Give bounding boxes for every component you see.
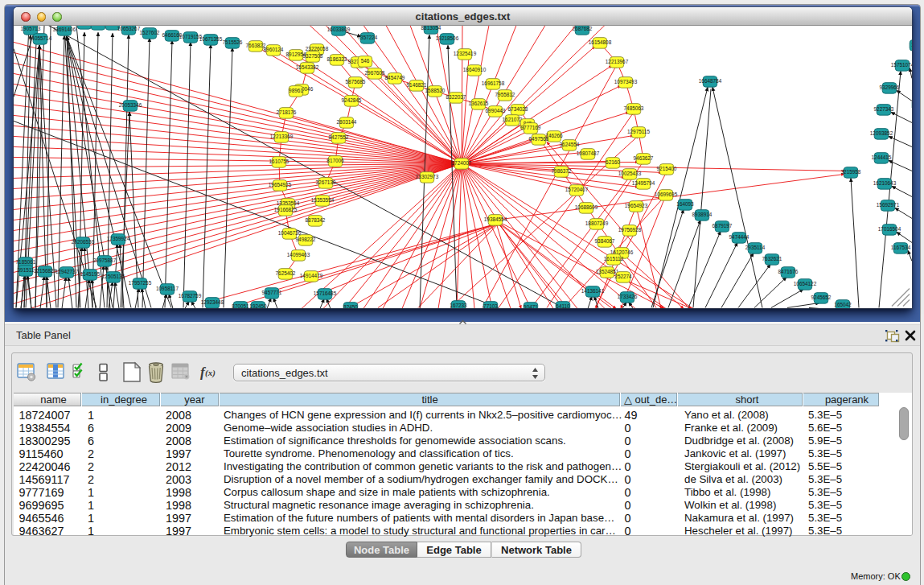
svg-text:1167534: 1167534: [891, 245, 911, 250]
svg-text:7632621: 7632621: [762, 256, 782, 262]
svg-text:8960124: 8960124: [264, 47, 284, 52]
svg-text:167233: 167233: [450, 303, 467, 308]
svg-text:3624554: 3624554: [560, 142, 580, 147]
svg-text:1621072: 1621072: [503, 117, 523, 122]
svg-text:19218506: 19218506: [436, 35, 459, 41]
svg-text:12156829: 12156829: [34, 268, 57, 274]
svg-text:8938914: 8938914: [692, 212, 713, 217]
svg-text:10025433: 10025433: [618, 171, 642, 176]
svg-text:13495794: 13495794: [632, 180, 655, 186]
svg-text:15751074: 15751074: [891, 62, 912, 68]
svg-text:1610755: 1610755: [269, 159, 290, 164]
svg-text:2803144: 2803144: [337, 119, 357, 125]
svg-text:870051: 870051: [232, 303, 249, 308]
svg-text:19654925: 19654925: [269, 182, 292, 187]
svg-text:10046736: 10046736: [278, 230, 302, 236]
svg-text:12923448: 12923448: [201, 299, 224, 305]
svg-text:19756928: 19756928: [618, 227, 642, 233]
svg-text:90471: 90471: [524, 304, 538, 308]
svg-text:1588520: 1588520: [425, 88, 446, 93]
svg-text:164093: 164093: [676, 201, 694, 207]
svg-text:16210643: 16210643: [873, 180, 897, 186]
svg-text:8186323: 8186323: [327, 56, 347, 62]
svg-text:546: 546: [361, 58, 370, 64]
svg-text:10973493: 10973493: [614, 79, 638, 84]
svg-text:12505135: 12505135: [102, 274, 125, 279]
svg-text:7986372: 7986372: [552, 168, 572, 174]
svg-text:9498222: 9498222: [296, 237, 316, 242]
svg-text:14099463: 14099463: [287, 252, 310, 257]
svg-text:1145195: 1145195: [80, 271, 101, 277]
svg-text:17359924: 17359924: [107, 236, 130, 241]
svg-text:8322037: 8322037: [446, 94, 466, 100]
svg-text:165042: 165042: [834, 302, 852, 307]
svg-text:15716485: 15716485: [314, 290, 337, 296]
svg-text:1244415: 1244415: [872, 154, 892, 160]
svg-text:9777169: 9777169: [521, 125, 541, 130]
svg-text:18807249: 18807249: [585, 220, 609, 226]
svg-text:33691406: 33691406: [53, 27, 76, 32]
svg-text:10807487: 10807487: [577, 150, 600, 156]
svg-text:23302973: 23302973: [416, 174, 439, 179]
svg-text:2967608: 2967608: [365, 70, 385, 76]
svg-text:20053346: 20053346: [119, 102, 142, 108]
svg-text:1733426: 1733426: [618, 294, 638, 299]
svg-text:17957255: 17957255: [129, 280, 152, 286]
svg-text:8454749: 8454749: [385, 75, 405, 80]
svg-text:16033809: 16033809: [327, 27, 351, 32]
svg-text:77103: 77103: [483, 303, 498, 308]
svg-text:17016504: 17016504: [878, 226, 901, 232]
svg-text:15720407: 15720407: [565, 187, 589, 192]
svg-text:14914479: 14914479: [300, 273, 323, 278]
svg-text:7357224: 7357224: [358, 35, 378, 40]
svg-text:12093852: 12093852: [870, 130, 893, 136]
svg-text:10653267: 10653267: [117, 26, 141, 31]
svg-text:19384554: 19384554: [484, 216, 507, 222]
svg-text:19654923: 19654923: [625, 203, 648, 208]
svg-text:8878342: 8878342: [306, 217, 326, 223]
svg-text:9215400: 9215400: [657, 166, 677, 171]
svg-text:12213967: 12213967: [606, 59, 629, 64]
svg-text:64110: 64110: [556, 303, 570, 308]
svg-text:3267130: 3267130: [316, 179, 336, 185]
svg-text:12942737: 12942737: [55, 269, 79, 274]
svg-text:3215958: 3215958: [841, 169, 861, 175]
svg-text:13353594: 13353594: [311, 197, 335, 203]
svg-text:18640910: 18640910: [463, 67, 487, 72]
svg-text:9463627: 9463627: [634, 155, 654, 161]
svg-text:1212: 1212: [911, 42, 912, 47]
svg-text:16648784: 16648784: [699, 78, 722, 84]
svg-text:9474444: 9474444: [729, 234, 749, 240]
svg-text:1724007: 1724007: [452, 160, 472, 166]
svg-text:12325419: 12325419: [454, 51, 477, 56]
svg-text:16543382: 16543382: [296, 64, 319, 70]
svg-text:7955812: 7955812: [495, 92, 515, 97]
svg-text:2718176: 2718176: [277, 109, 297, 115]
svg-text:9245652: 9245652: [811, 295, 832, 300]
svg-text:12975115: 12975115: [627, 129, 650, 134]
svg-text:7625402: 7625402: [276, 270, 296, 276]
svg-text:9384067: 9384067: [595, 238, 615, 244]
svg-text:82450: 82450: [343, 304, 358, 308]
svg-text:7185061: 7185061: [16, 259, 36, 265]
svg-text:192450: 192450: [249, 303, 267, 308]
svg-text:20206536: 20206536: [72, 239, 95, 245]
svg-text:10688609: 10688609: [575, 204, 598, 210]
svg-text:391511: 391511: [18, 267, 35, 273]
svg-text:9227343: 9227343: [874, 106, 894, 112]
svg-text:1615112: 1615112: [604, 256, 624, 262]
svg-text:2687682: 2687682: [573, 26, 593, 31]
svg-text:8813054: 8813054: [421, 26, 441, 31]
svg-text:252274: 252274: [614, 274, 632, 279]
svg-text:16154808: 16154808: [589, 39, 612, 45]
svg-text:9327508: 9327508: [303, 53, 323, 59]
svg-text:10699695: 10699695: [655, 192, 678, 197]
svg-text:7515526: 7515526: [223, 39, 243, 45]
svg-text:9146821: 9146821: [407, 82, 427, 88]
svg-text:1905713: 1905713: [21, 26, 41, 31]
svg-text:14136141: 14136141: [581, 288, 605, 294]
svg-text:8471676: 8471676: [778, 269, 799, 274]
svg-text:12213369: 12213369: [270, 134, 294, 139]
svg-text:6734028: 6734028: [508, 106, 528, 112]
svg-text:20975887: 20975887: [93, 257, 117, 263]
